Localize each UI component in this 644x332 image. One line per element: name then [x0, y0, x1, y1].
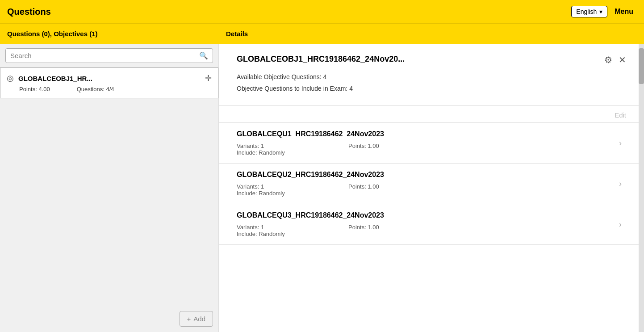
question-meta-left-1: Variants: 1 Include: Randomly — [237, 143, 348, 156]
question-name-3: GLOBALCEQU3_HRC19186462_24Nov2023 — [237, 211, 626, 219]
detail-header-row: GLOBALCEOBJ1_HRC19186462_24Nov20... ⚙ ✕ — [237, 55, 626, 65]
search-box[interactable]: 🔍 — [5, 48, 213, 63]
question-meta-right-3: Points: 1.00 — [348, 224, 626, 237]
question-meta-left-3: Variants: 1 Include: Randomly — [237, 224, 348, 237]
q-points-value-1: 1.00 — [368, 143, 379, 149]
chevron-down-icon: ▾ — [599, 8, 602, 15]
include-label-3: Include: — [237, 231, 259, 237]
question-meta-right-2: Points: 1.00 — [348, 183, 626, 197]
plus-icon: + — [187, 315, 191, 323]
include-value: 4 — [349, 85, 353, 92]
include-info: Objective Questions to Include in Exam: … — [237, 85, 626, 92]
include-label-1: Include: — [237, 149, 259, 156]
question-meta-2: Variants: 1 Include: Randomly Points: 1.… — [237, 183, 626, 197]
q-points-label-2: Points: — [348, 183, 368, 190]
question-meta-right-1: Points: 1.00 — [348, 143, 626, 156]
question-meta-1: Variants: 1 Include: Randomly Points: 1.… — [237, 143, 626, 156]
search-icon: 🔍 — [199, 51, 208, 60]
search-input[interactable] — [10, 52, 199, 59]
objective-item-header: ◎ GLOBALCEOBJ1_HR... — [7, 73, 212, 83]
include-label: Objective Questions to Include in Exam: — [237, 85, 347, 92]
available-info: Available Objective Questions: 4 — [237, 73, 626, 80]
question-meta-3: Variants: 1 Include: Randomly Points: 1.… — [237, 224, 626, 237]
objective-name: GLOBALCEOBJ1_HR... — [18, 75, 212, 82]
variants-label-1: Variants: — [237, 143, 261, 149]
objective-meta: Points: 4.00 Questions: 4/4 — [7, 86, 212, 92]
questions-container: GLOBALCEQU1_HRC19186462_24Nov2023 Varian… — [219, 123, 644, 245]
question-name-2: GLOBALCEQU2_HRC19186462_24Nov2023 — [237, 171, 626, 179]
variants-value-3: 1 — [261, 224, 264, 231]
q-points-value-3: 1.00 — [368, 224, 379, 231]
questions-meta: Questions: 4/4 — [77, 86, 114, 92]
gear-icon[interactable]: ⚙ — [604, 55, 612, 65]
detail-header-section: GLOBALCEOBJ1_HRC19186462_24Nov20... ⚙ ✕ … — [219, 44, 644, 106]
include-value-1: Randomly — [259, 149, 285, 156]
edit-section: Edit — [219, 106, 644, 123]
subheader-left: Questions (0), Objectives (1) — [7, 30, 226, 38]
chevron-right-icon-2: › — [619, 179, 622, 189]
question-item-1[interactable]: GLOBALCEQU1_HRC19186462_24Nov2023 Varian… — [219, 123, 644, 164]
variants-label-2: Variants: — [237, 183, 261, 190]
menu-button[interactable]: Menu — [611, 6, 637, 17]
chevron-right-icon-3: › — [619, 220, 622, 229]
detail-header-icons: ⚙ ✕ — [604, 55, 626, 65]
available-value: 4 — [323, 73, 327, 80]
language-label: English — [576, 8, 597, 15]
page-title: Questions — [7, 7, 51, 17]
main-container: 🔍 ◎ GLOBALCEOBJ1_HR... Points: 4.00 Ques… — [0, 44, 644, 332]
right-panel: GLOBALCEOBJ1_HRC19186462_24Nov20... ⚙ ✕ … — [219, 44, 644, 332]
include-value-2: Randomly — [259, 190, 285, 197]
detail-title: GLOBALCEOBJ1_HRC19186462_24Nov20... — [237, 55, 405, 64]
available-label: Available Objective Questions: — [237, 73, 322, 80]
close-icon[interactable]: ✕ — [619, 55, 626, 65]
left-panel: 🔍 ◎ GLOBALCEOBJ1_HR... Points: 4.00 Ques… — [0, 44, 219, 332]
question-item-2[interactable]: GLOBALCEQU2_HRC19186462_24Nov2023 Varian… — [219, 164, 644, 204]
top-header: Questions English ▾ Menu — [0, 0, 644, 23]
q-points-value-2: 1.00 — [368, 183, 379, 190]
question-name-1: GLOBALCEQU1_HRC19186462_24Nov2023 — [237, 130, 626, 138]
variants-label-3: Variants: — [237, 224, 261, 231]
objective-item[interactable]: ◎ GLOBALCEOBJ1_HR... Points: 4.00 Questi… — [0, 67, 218, 98]
language-selector[interactable]: English ▾ — [571, 6, 607, 17]
search-container: 🔍 — [0, 44, 218, 67]
header-right: English ▾ Menu — [571, 6, 637, 17]
questions-label: Questions: — [77, 86, 105, 92]
question-item-3[interactable]: GLOBALCEQU3_HRC19186462_24Nov2023 Varian… — [219, 204, 644, 245]
questions-value: 4/4 — [106, 86, 114, 92]
sub-header: Questions (0), Objectives (1) Details — [0, 23, 644, 44]
include-value-3: Randomly — [259, 231, 285, 237]
scrollbar-track[interactable] — [639, 44, 644, 332]
points-value: 4.00 — [38, 86, 50, 92]
move-icon: ✛ — [205, 73, 212, 83]
scrollbar-thumb[interactable] — [639, 48, 644, 84]
subheader-right: Details — [226, 30, 248, 38]
q-points-label-3: Points: — [348, 224, 368, 231]
add-button[interactable]: + Add — [180, 311, 213, 327]
chevron-right-icon-1: › — [619, 139, 622, 148]
points-meta: Points: 4.00 — [19, 86, 50, 92]
variants-value-2: 1 — [261, 183, 264, 190]
variants-value-1: 1 — [261, 143, 264, 149]
add-label: Add — [193, 315, 205, 323]
edit-button[interactable]: Edit — [615, 111, 626, 119]
q-points-label-1: Points: — [348, 143, 368, 149]
add-btn-container: + Add — [180, 311, 213, 327]
include-label-2: Include: — [237, 190, 259, 197]
objective-icon: ◎ — [7, 73, 14, 83]
question-meta-left-2: Variants: 1 Include: Randomly — [237, 183, 348, 197]
points-label: Points: — [19, 86, 37, 92]
